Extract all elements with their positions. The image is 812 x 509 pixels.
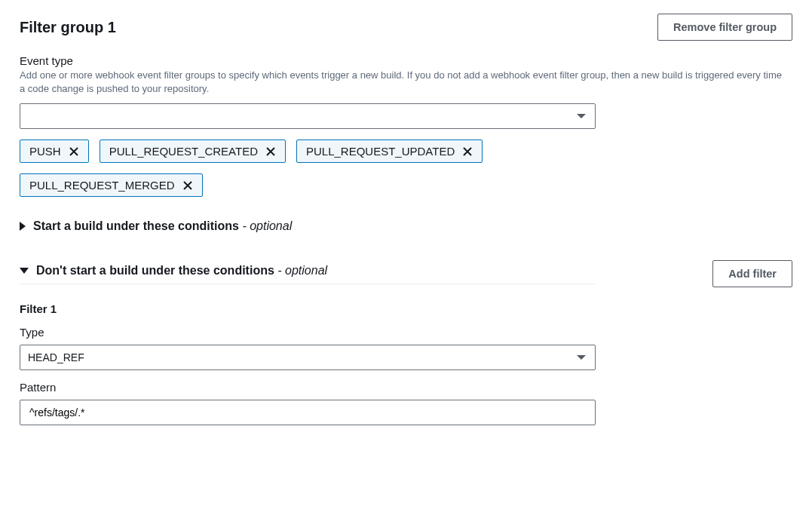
event-tag: PULL_REQUEST_UPDATED — [296, 140, 483, 163]
filter-pattern-input[interactable] — [28, 403, 587, 422]
event-tag: PULL_REQUEST_CREATED — [100, 140, 286, 163]
dont-start-conditions-expander[interactable]: Don't start a build under these conditio… — [20, 264, 596, 277]
event-tag-label: PUSH — [29, 145, 61, 158]
optional-label: - optional — [277, 264, 327, 277]
event-type-label: Event type — [20, 54, 792, 67]
filter-type-select[interactable]: HEAD_REF — [20, 345, 596, 370]
event-type-select[interactable] — [20, 103, 596, 129]
close-icon[interactable] — [182, 180, 193, 191]
event-tag: PUSH — [20, 140, 89, 163]
event-tag-label: PULL_REQUEST_UPDATED — [306, 145, 455, 158]
dont-start-conditions-title: Don't start a build under these conditio… — [36, 264, 274, 277]
caret-right-icon — [20, 222, 26, 231]
start-conditions-title: Start a build under these conditions — [33, 219, 239, 232]
filter-1-heading: Filter 1 — [20, 302, 792, 315]
optional-label: - optional — [242, 219, 292, 232]
event-tag: PULL_REQUEST_MERGED — [20, 173, 203, 197]
event-tag-label: PULL_REQUEST_CREATED — [109, 145, 258, 158]
close-icon[interactable] — [265, 146, 276, 157]
event-type-tags: PUSH PULL_REQUEST_CREATED PULL_REQUEST_U… — [20, 140, 615, 197]
start-conditions-expander[interactable]: Start a build under these conditions - o… — [20, 219, 596, 238]
filter-pattern-label: Pattern — [20, 381, 792, 394]
event-tag-label: PULL_REQUEST_MERGED — [29, 179, 175, 192]
filter-type-label: Type — [20, 326, 792, 339]
remove-filter-group-button[interactable]: Remove filter group — [657, 14, 792, 41]
caret-down-icon — [20, 268, 29, 274]
event-type-description: Add one or more webhook event filter gro… — [20, 69, 789, 96]
close-icon[interactable] — [69, 146, 79, 157]
add-filter-button[interactable]: Add filter — [712, 260, 792, 287]
close-icon[interactable] — [462, 146, 473, 157]
filter-pattern-input-wrapper — [20, 400, 596, 425]
chevron-down-icon — [577, 114, 586, 118]
filter-type-value: HEAD_REF — [28, 351, 84, 363]
filter-group-title: Filter group 1 — [20, 19, 116, 36]
chevron-down-icon — [577, 355, 586, 360]
